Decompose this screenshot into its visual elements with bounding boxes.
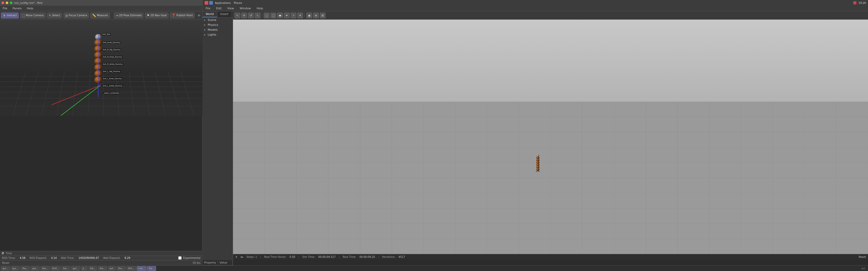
reset-button[interactable]: Reset	[2, 262, 9, 264]
publish-point-button[interactable]: 📍 Publish Point	[170, 13, 195, 18]
gazebo-3d-viewport[interactable]	[233, 20, 868, 254]
experimental-checkbox[interactable]	[178, 256, 182, 260]
taskbar-item-4[interactable]: /ho...	[40, 266, 50, 271]
taskbar-item-9[interactable]: Ed...	[88, 266, 97, 271]
gazebo-menu-window[interactable]: Window	[239, 6, 252, 10]
svg-line-12	[181, 71, 194, 115]
real-time-value: 00:00:09.25	[359, 256, 375, 258]
steps-label: Steps: 1	[246, 256, 257, 258]
gz-box-tool[interactable]: □	[271, 13, 276, 18]
tree-item-models[interactable]: ▶ Models	[203, 27, 233, 32]
2d-pose-icon: →	[116, 14, 118, 17]
gz-sphere-tool[interactable]: ○	[264, 13, 270, 18]
2d-pose-button[interactable]: → 2D Pose Estimate	[114, 13, 144, 18]
tab-insert[interactable]: Insert	[217, 11, 232, 17]
gazebo-reset-btn[interactable]: Reset	[859, 256, 866, 258]
gz-dir-light-tool[interactable]: ☀	[297, 13, 303, 18]
property-col-property: Property	[203, 260, 218, 265]
move-camera-button[interactable]: ⬚ Move Camera	[20, 13, 45, 18]
gazebo-step-btn[interactable]: ⏭	[241, 256, 243, 258]
wall-time-label: Wall Time:	[61, 257, 74, 259]
rviz-menu-help[interactable]: Help	[26, 6, 34, 10]
gazebo-menu-view[interactable]: View	[226, 6, 235, 10]
svg-line-20	[41, 86, 100, 115]
gazebo-menu-help[interactable]: Help	[255, 6, 264, 10]
taskbar-item-14[interactable]: rviz...	[137, 266, 147, 271]
focus-camera-button[interactable]: ◎ Focus Camera	[64, 13, 89, 18]
sim-time-label: Sim Time:	[302, 256, 315, 258]
gz-tool-sep-2	[305, 13, 305, 18]
sys-icon-1[interactable]	[205, 1, 208, 5]
gazebo-bottombar: ⏸ ⏭ Steps: 1 | Real Time Factor: 0.50 | …	[233, 254, 868, 260]
ros-time-value: 4.58	[20, 257, 25, 259]
taskbar-item-1[interactable]: qui...	[10, 266, 20, 271]
gz-point-light-tool[interactable]: ✦	[284, 13, 289, 18]
taskbar-item-8[interactable]: ji...	[81, 266, 88, 271]
min-btn[interactable]	[6, 2, 8, 4]
applications-label[interactable]: Applications	[214, 2, 232, 4]
tree-item-physics[interactable]: ▶ Physics	[203, 23, 233, 27]
gazebo-menu-file[interactable]: File	[205, 6, 211, 10]
tree-arrow-scene: ▶	[204, 19, 207, 21]
sim-time-value: 00:00:04.517	[318, 256, 336, 258]
taskbar-item-10[interactable]: /ho...	[98, 266, 107, 271]
close-btn[interactable]	[2, 2, 4, 4]
system-top-bar: Applications Places 19:26	[203, 0, 868, 6]
measure-button[interactable]: 📏 Measure	[90, 13, 110, 18]
gz-select-tool[interactable]: ↖	[235, 13, 240, 18]
pause-icon: ⏸	[235, 256, 238, 258]
ros-elapsed-label: ROS Elapsed:	[29, 257, 47, 259]
taskbar-item-0[interactable]: qui...	[1, 266, 10, 271]
property-col-value: Value	[218, 260, 233, 265]
gz-view-tool-3[interactable]: ⊞	[320, 13, 326, 18]
bottom-sep-2: |	[299, 256, 299, 258]
gz-view-tool-1[interactable]: ◉	[306, 13, 312, 18]
taskbar-item-3[interactable]: qui...	[30, 266, 40, 271]
places-label[interactable]: Places	[233, 2, 243, 4]
taskbar-item-7[interactable]: qui...	[71, 266, 80, 271]
gz-spot-light-tool[interactable]: ⚡	[291, 13, 296, 18]
taskbar-item-5[interactable]: Onli...	[51, 266, 61, 271]
system-time: 19:26	[859, 2, 866, 4]
tray-icon-1	[853, 1, 857, 4]
time-label: Time	[6, 252, 12, 255]
realtime-factor-label: Real Time Factor:	[264, 256, 286, 258]
add-tool-button[interactable]: +	[196, 13, 202, 18]
taskbar-item-11[interactable]: act.	[108, 266, 116, 271]
tree-item-lights[interactable]: ▶ Lights	[203, 32, 233, 37]
gz-scale-tool[interactable]: ⤡	[255, 13, 260, 18]
interact-button[interactable]: 🖱 Interact	[1, 13, 19, 18]
sys-icon-2[interactable]	[209, 1, 213, 5]
ros-elapsed-value: 4.14	[51, 257, 57, 259]
taskbar-item-13[interactable]: Onl...	[126, 266, 136, 271]
select-button[interactable]: ↖ Select	[47, 13, 62, 18]
rviz-3d-viewport[interactable]: bvh_link bvh_torso_Dummy bvh_R_Hip_Dummy…	[0, 20, 203, 115]
rviz-title: rviz_config.rviz* - RViz	[14, 2, 43, 4]
gazebo-pause-btn[interactable]: ⏸	[235, 256, 238, 258]
tab-world[interactable]: World	[203, 11, 217, 17]
gazebo-robot-model	[535, 155, 540, 172]
max-btn[interactable]	[10, 2, 12, 4]
rviz-menu-file[interactable]: File	[2, 6, 8, 10]
taskbar-item-15[interactable]: Ga...	[147, 266, 156, 271]
gz-cylinder-tool[interactable]: ⬬	[277, 13, 283, 18]
app-menu-area: Applications Places	[205, 1, 243, 5]
tree-item-scene[interactable]: ▶ Scene	[203, 18, 233, 23]
system-tray: 19:26	[853, 1, 866, 4]
taskbar-right-text: act .	[861, 267, 867, 270]
svg-line-10	[155, 71, 165, 115]
select-icon: ↖	[49, 14, 52, 17]
rviz-menu-panels[interactable]: Panels	[11, 6, 23, 10]
taskbar-item-2[interactable]: /ho...	[21, 266, 30, 271]
taskbar-item-12[interactable]: /ho...	[116, 266, 126, 271]
svg-line-8	[129, 71, 134, 115]
2d-nav-button[interactable]: ⚑ 2D Nav Goal	[145, 13, 168, 18]
gazebo-sky	[233, 20, 868, 113]
gazebo-menu-edit[interactable]: Edit	[215, 6, 222, 10]
gz-view-tool-2[interactable]: ≡	[313, 13, 319, 18]
gz-rotate-tool[interactable]: ↺	[248, 13, 254, 18]
gz-translate-tool[interactable]: ✛	[241, 13, 247, 18]
rviz-statusbar: ⏱ Time	[0, 251, 203, 256]
taskbar-item-6[interactable]: [re...	[61, 266, 70, 271]
tree-arrow-lights: ▶	[204, 34, 207, 36]
